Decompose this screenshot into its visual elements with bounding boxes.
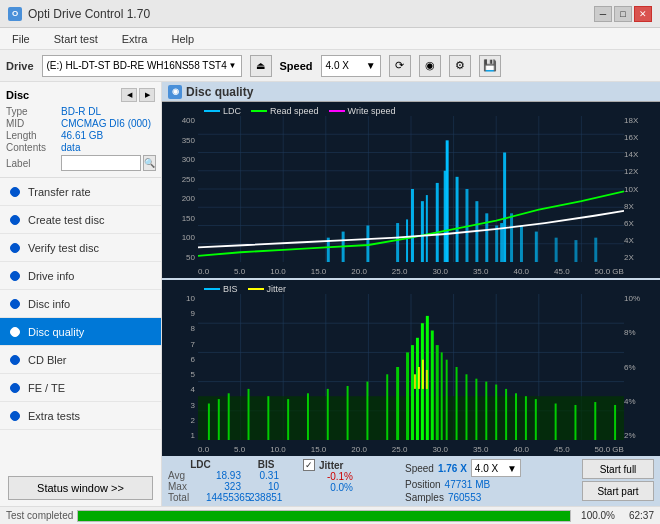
sidebar-item-transfer-rate[interactable]: Transfer rate xyxy=(0,178,161,206)
total-ldc: 14455365 xyxy=(206,492,241,503)
sidebar-item-disc-quality[interactable]: Disc quality xyxy=(0,318,161,346)
disc-quality-header: ◉ Disc quality xyxy=(162,82,660,102)
cd-bler-icon xyxy=(8,353,22,367)
samples-value: 760553 xyxy=(448,492,481,503)
sidebar-item-disc-info[interactable]: Disc info xyxy=(0,290,161,318)
write-speed-color xyxy=(329,110,345,112)
svg-rect-24 xyxy=(426,195,428,262)
sidebar-item-drive-info[interactable]: Drive info xyxy=(0,262,161,290)
svg-rect-23 xyxy=(421,201,424,262)
drive-action-btn-2[interactable]: ◉ xyxy=(419,55,441,77)
svg-rect-36 xyxy=(520,226,523,263)
label-search-button[interactable]: 🔍 xyxy=(143,155,156,171)
sidebar-item-cd-bler[interactable]: CD Bler xyxy=(0,346,161,374)
start-part-button[interactable]: Start part xyxy=(582,481,654,501)
sidebar-label-extra-tests: Extra tests xyxy=(28,410,80,422)
svg-rect-58 xyxy=(228,393,230,440)
titlebar-left: O Opti Drive Control 1.70 xyxy=(8,7,150,21)
start-full-button[interactable]: Start full xyxy=(582,459,654,479)
label-input[interactable] xyxy=(61,155,141,171)
drive-value: (E:) HL-DT-ST BD-RE WH16NS58 TST4 xyxy=(47,60,227,71)
svg-rect-38 xyxy=(555,238,558,262)
position-value: 47731 MB xyxy=(445,479,491,490)
svg-rect-81 xyxy=(495,385,497,440)
disc-length-row: Length 46.61 GB xyxy=(6,130,155,141)
svg-rect-63 xyxy=(327,389,329,440)
jitter-checkbox[interactable]: ✓ xyxy=(303,459,315,471)
disc-label-row: Label 🔍 xyxy=(6,155,155,171)
drive-bar: Drive (E:) HL-DT-ST BD-RE WH16NS58 TST4 … xyxy=(0,50,660,82)
sidebar-item-create-test-disc[interactable]: Create test disc xyxy=(0,206,161,234)
svg-rect-20 xyxy=(396,223,399,262)
speed-position-section: Speed 1.76 X 4.0 X ▼ Position 47731 MB xyxy=(405,459,521,503)
sidebar-item-verify-test-disc[interactable]: Verify test disc xyxy=(0,234,161,262)
svg-rect-93 xyxy=(426,370,428,389)
disc-icon-btn-1[interactable]: ◀ xyxy=(121,88,137,102)
titlebar: O Opti Drive Control 1.70 ─ □ ✕ xyxy=(0,0,660,28)
drive-action-btn-3[interactable]: ⚙ xyxy=(449,55,471,77)
contents-value: data xyxy=(61,142,80,153)
total-bis: 238851 xyxy=(249,492,279,503)
sidebar-item-fe-te[interactable]: FE / TE xyxy=(0,374,161,402)
sidebar-label-fe-te: FE / TE xyxy=(28,382,65,394)
disc-info-icon xyxy=(8,297,22,311)
main-panel: ◉ Disc quality LDC Read speed xyxy=(162,82,660,506)
speed-select[interactable]: 4.0 X ▼ xyxy=(471,459,521,477)
max-label: Max xyxy=(168,481,198,492)
top-chart-x-axis: 0.0 5.0 10.0 15.0 20.0 25.0 30.0 35.0 40… xyxy=(198,267,624,276)
drive-info-icon xyxy=(8,269,22,283)
disc-panel-header: Disc ◀ ▶ xyxy=(6,88,155,102)
ldc-header: LDC xyxy=(168,459,233,470)
svg-rect-61 xyxy=(287,399,289,440)
svg-rect-77 xyxy=(456,367,458,440)
drive-dropdown[interactable]: (E:) HL-DT-ST BD-RE WH16NS58 TST4 ▼ xyxy=(42,55,242,77)
disc-mid-row: MID CMCMAG DI6 (000) xyxy=(6,118,155,129)
svg-rect-56 xyxy=(208,404,210,441)
top-chart-area xyxy=(198,116,624,262)
svg-rect-89 xyxy=(614,405,616,440)
svg-rect-85 xyxy=(535,399,537,440)
speed-label: Speed xyxy=(405,463,434,474)
svg-rect-31 xyxy=(485,213,488,262)
disc-icon-btn-2[interactable]: ▶ xyxy=(139,88,155,102)
eject-button[interactable]: ⏏ xyxy=(250,55,272,77)
menu-file[interactable]: File xyxy=(4,31,38,47)
svg-rect-91 xyxy=(418,367,420,389)
sidebar-item-extra-tests[interactable]: Extra tests xyxy=(0,402,161,430)
bottom-chart-y-left: 10 9 8 7 6 5 4 3 2 1 xyxy=(162,294,198,440)
svg-rect-22 xyxy=(411,189,414,262)
menu-start-test[interactable]: Start test xyxy=(46,31,106,47)
status-window-button[interactable]: Status window >> xyxy=(8,476,153,500)
menu-extra[interactable]: Extra xyxy=(114,31,156,47)
ldc-color xyxy=(204,110,220,112)
drive-action-btn-4[interactable]: 💾 xyxy=(479,55,501,77)
svg-rect-92 xyxy=(422,360,424,389)
close-button[interactable]: ✕ xyxy=(634,6,652,22)
stat-headers: LDC BIS xyxy=(168,459,291,470)
statusbar: Test completed 100.0% 62:37 xyxy=(0,506,660,524)
mid-value: CMCMAG DI6 (000) xyxy=(61,118,151,129)
avg-ldc: 18.93 xyxy=(206,470,241,481)
sidebar-label-verify-test-disc: Verify test disc xyxy=(28,242,99,254)
bis-color xyxy=(204,288,220,290)
titlebar-title: Opti Drive Control 1.70 xyxy=(28,7,150,21)
extra-tests-icon xyxy=(8,409,22,423)
menu-help[interactable]: Help xyxy=(163,31,202,47)
speed-dropdown[interactable]: 4.0 X ▼ xyxy=(321,55,381,77)
drive-action-btn-1[interactable]: ⟳ xyxy=(389,55,411,77)
disc-quality-header-icon: ◉ xyxy=(168,85,182,99)
legend-bis: BIS xyxy=(204,284,238,294)
main-container: Drive (E:) HL-DT-ST BD-RE WH16NS58 TST4 … xyxy=(0,50,660,524)
svg-rect-19 xyxy=(366,226,369,263)
top-chart-y-left: 400 350 300 250 200 150 100 50 xyxy=(162,116,198,262)
svg-rect-39 xyxy=(574,240,577,262)
bottom-chart-y-right: 10% 8% 6% 4% 2% xyxy=(624,294,660,440)
samples-row: Samples 760553 xyxy=(405,492,521,503)
svg-rect-80 xyxy=(485,382,487,440)
maximize-button[interactable]: □ xyxy=(614,6,632,22)
elapsed-time: 62:37 xyxy=(619,510,654,521)
svg-rect-57 xyxy=(218,399,220,440)
progress-percent: 100.0% xyxy=(575,510,615,521)
minimize-button[interactable]: ─ xyxy=(594,6,612,22)
svg-rect-74 xyxy=(436,345,439,440)
